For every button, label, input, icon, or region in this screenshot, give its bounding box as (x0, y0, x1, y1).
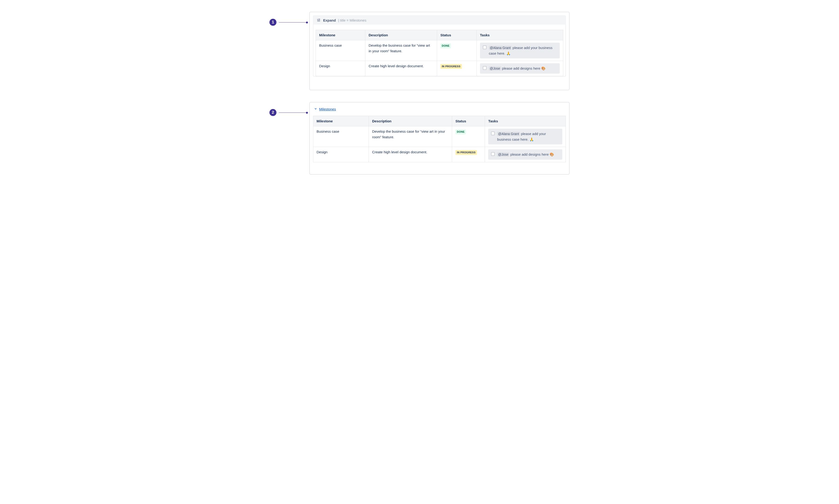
user-mention[interactable]: @Jose (497, 152, 509, 157)
col-milestone: Milestone (316, 30, 365, 40)
cell-description[interactable]: Develop the business case for “view art … (365, 40, 437, 61)
cell-tasks[interactable]: @Jose please add designs here 🎨 (477, 61, 563, 76)
cell-description[interactable]: Create high level design document. (365, 61, 437, 76)
table-row: Business case Develop the business case … (316, 40, 563, 61)
rendered-panel-2: Milestones Milestone Description Status … (309, 102, 570, 175)
user-mention[interactable]: @Jose (489, 66, 501, 71)
cell-milestone[interactable]: Business case (313, 126, 369, 147)
cell-description[interactable]: Develop the business case for “view art … (369, 126, 452, 147)
callout-leader-2 (279, 112, 307, 113)
milestones-table: Milestone Description Status Tasks Busin… (316, 30, 563, 76)
status-badge: IN PROGRESS (440, 64, 462, 69)
table-row: Design Create high level design document… (316, 61, 563, 76)
expand-macro-meta: | title = Milestones (338, 18, 366, 22)
cell-status[interactable]: IN PROGRESS (452, 147, 485, 162)
task-item[interactable]: @Alana Grant please add your business ca… (488, 129, 562, 144)
status-badge: DONE (440, 43, 451, 48)
cell-milestone[interactable]: Design (316, 61, 365, 76)
cell-status[interactable]: IN PROGRESS (437, 61, 477, 76)
cell-status[interactable]: DONE (452, 126, 485, 147)
emoji-pray: 🙏 (530, 137, 534, 141)
col-tasks: Tasks (485, 116, 566, 126)
task-item[interactable]: @Jose please add designs here 🎨 (480, 63, 560, 74)
task-checkbox[interactable] (483, 46, 486, 49)
task-item[interactable]: @Alana Grant please add your business ca… (480, 43, 560, 58)
editor-panel-1: Expand | title = Milestones Milestone De… (309, 12, 570, 90)
expand-macro-header[interactable]: Expand | title = Milestones (313, 16, 566, 24)
cell-status[interactable]: DONE (437, 40, 477, 61)
task-checkbox[interactable] (491, 131, 495, 135)
col-status: Status (452, 116, 485, 126)
col-description: Description (365, 30, 437, 40)
task-checkbox[interactable] (491, 152, 495, 156)
task-checkbox[interactable] (483, 66, 486, 70)
cell-description[interactable]: Create high level design document. (369, 147, 452, 162)
milestones-table: Milestone Description Status Tasks Busin… (313, 116, 566, 162)
col-status: Status (437, 30, 477, 40)
cell-milestone[interactable]: Business case (316, 40, 365, 61)
emoji-pray: 🙏 (506, 51, 511, 55)
table-row: Business case Develop the business case … (313, 126, 566, 147)
user-mention[interactable]: @Alana Grant (489, 46, 512, 50)
col-description: Description (369, 116, 452, 126)
chevron-down-icon[interactable] (314, 107, 317, 111)
cell-tasks[interactable]: @Alana Grant please add your business ca… (477, 40, 563, 61)
callout-marker-1: 1 (269, 19, 276, 26)
expand-title-link[interactable]: Milestones (319, 107, 336, 111)
expand-macro-name: Expand (323, 18, 336, 22)
list-collapse-icon (317, 18, 321, 22)
col-tasks: Tasks (477, 30, 563, 40)
cell-tasks[interactable]: @Alana Grant please add your business ca… (485, 126, 566, 147)
status-badge: DONE (456, 129, 466, 134)
emoji-palette: 🎨 (541, 66, 546, 70)
cell-milestone[interactable]: Design (313, 147, 369, 162)
table-row: Design Create high level design document… (313, 147, 566, 162)
expand-toggle-row[interactable]: Milestones (310, 103, 569, 112)
status-badge: IN PROGRESS (456, 150, 477, 155)
emoji-palette: 🎨 (550, 152, 554, 156)
cell-tasks[interactable]: @Jose please add designs here 🎨 (485, 147, 566, 162)
col-milestone: Milestone (313, 116, 369, 126)
callout-marker-2: 2 (269, 109, 276, 116)
task-item[interactable]: @Jose please add designs here 🎨 (488, 149, 562, 160)
user-mention[interactable]: @Alana Grant (497, 132, 520, 136)
